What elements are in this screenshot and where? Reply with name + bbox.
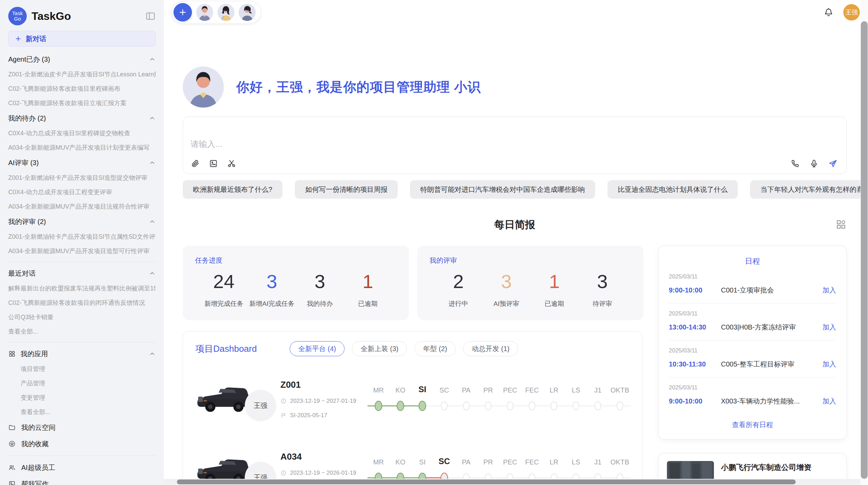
sidebar-item[interactable]: 解释最新出台的欧盟报废车法规再生塑料比例被调至15%... bbox=[8, 281, 156, 296]
sidebar-item[interactable]: A034-全新新能源MUV产品开发项目法规符合性评审 bbox=[8, 199, 156, 214]
sidebar-item[interactable]: A034-全新新能源MUV产品开发项目造型可行性评审 bbox=[8, 244, 156, 258]
milestone-node[interactable] bbox=[594, 401, 601, 410]
milestone-node-track bbox=[367, 399, 389, 413]
project-date-range: 2023-12-19 ~ 2027-01-19 bbox=[290, 398, 356, 405]
vertical-scrollbar[interactable] bbox=[860, 0, 868, 485]
project-row[interactable]: 王强Z0012023-12-19 ~ 2027-01-19SI-2025-05-… bbox=[195, 370, 630, 428]
avatar[interactable] bbox=[217, 4, 234, 21]
milestone-node[interactable] bbox=[397, 401, 404, 411]
milestone-node[interactable] bbox=[507, 401, 514, 410]
new-chat-button[interactable]: 新对话 bbox=[8, 31, 156, 47]
sidebar-link[interactable]: AI超级员工 bbox=[8, 459, 156, 476]
stat-grid: 2进行中3AI预评审1已逾期3待评审 bbox=[430, 265, 631, 308]
sidebar-section-header[interactable]: 最近对话 bbox=[8, 265, 156, 281]
suggestion-chip[interactable]: 当下年轻人对汽车外观有怎样的喜好趋势 bbox=[750, 180, 868, 199]
milestone-node[interactable] bbox=[441, 401, 448, 410]
sidebar-item[interactable]: A034-全新新能源MUV产品开发项目计划变更表编写 bbox=[8, 140, 156, 155]
greeting-block: 你好，王强，我是你的项目管理助理 小识 bbox=[183, 66, 847, 108]
join-link[interactable]: 加入 bbox=[822, 286, 836, 295]
suggestion-chip[interactable]: 特朗普可能对进口汽车增税会对中国车企造成哪些影响 bbox=[410, 180, 595, 199]
horizontal-scrollbar-thumb[interactable] bbox=[177, 480, 796, 484]
sidebar-item[interactable]: 项目管理 bbox=[8, 362, 156, 376]
sidebar-section-header[interactable]: Agent已办 (3) bbox=[8, 51, 156, 67]
suggestion-chips: 欧洲新规最近颁布了什么?如何写一份清晰的项目周报特朗普可能对进口汽车增税会对中国… bbox=[183, 180, 847, 199]
sidebar-item[interactable]: C02-飞腾新能源轻客改款项目的闭环通告反馈情况 bbox=[8, 296, 156, 310]
sidebar-link[interactable]: 我的云空间 bbox=[8, 419, 156, 436]
add-contact-button[interactable] bbox=[173, 3, 192, 22]
dashboard-tab[interactable]: 全新上装 (3) bbox=[352, 341, 407, 356]
clock-icon bbox=[280, 398, 287, 404]
chevron-up-icon[interactable] bbox=[149, 270, 156, 277]
notification-bell-icon[interactable] bbox=[823, 7, 834, 17]
schedule-time: 13:00-14:30 bbox=[669, 323, 721, 331]
join-link[interactable]: 加入 bbox=[822, 360, 836, 369]
chevron-up-icon[interactable] bbox=[149, 56, 156, 63]
sidebar-item[interactable]: Z001-全新燃油皮卡产品开发项目SI节点Lesson Learn报告 bbox=[8, 67, 156, 82]
avatar[interactable] bbox=[196, 4, 213, 21]
chevron-up-icon[interactable] bbox=[149, 218, 156, 225]
horizontal-scrollbar[interactable] bbox=[164, 479, 868, 485]
sidebar-section-header[interactable]: AI评审 (3) bbox=[8, 155, 156, 171]
milestone-node-track bbox=[521, 399, 543, 413]
view-all-schedule-link[interactable]: 查看所有日程 bbox=[669, 420, 836, 430]
layout-grid-icon[interactable] bbox=[835, 219, 847, 230]
chevron-up-icon[interactable] bbox=[149, 350, 156, 357]
sidebar-item[interactable]: C0X4-动力总成开发项目SI里程碑提交物检查 bbox=[8, 126, 156, 140]
sidebar-section-header[interactable]: 我的评审 (2) bbox=[8, 214, 156, 229]
stat-value: 3 bbox=[482, 270, 530, 293]
suggestion-chip[interactable]: 如何写一份清晰的项目周报 bbox=[295, 180, 398, 199]
sidebar-collapse-icon[interactable] bbox=[145, 11, 156, 21]
sidebar-link-label: AI超级员工 bbox=[21, 463, 55, 472]
milestone-node[interactable] bbox=[375, 401, 382, 411]
suggestion-chip[interactable]: 欧洲新规最近颁布了什么? bbox=[183, 180, 282, 199]
milestone-node[interactable] bbox=[551, 401, 557, 410]
sidebar-item[interactable]: C02-飞腾新能源轻客改款项目立项汇报方案 bbox=[8, 96, 156, 110]
voice-call-icon[interactable] bbox=[791, 159, 800, 168]
sidebar-section-title: 我的待办 (2) bbox=[8, 114, 46, 123]
chevron-up-icon[interactable] bbox=[149, 159, 156, 166]
sidebar-item[interactable]: C0X4-动力总成开发项目工程变更评审 bbox=[8, 185, 156, 199]
milestone-node[interactable] bbox=[419, 401, 426, 411]
user-avatar[interactable]: 王强 bbox=[843, 4, 860, 21]
screenshot-scissors-icon[interactable] bbox=[227, 159, 236, 168]
sidebar-link[interactable]: 我的收藏 bbox=[8, 436, 156, 452]
sidebar-section-title: 我的评审 (2) bbox=[8, 217, 46, 226]
sidebar-item[interactable]: Z001-全新燃油轻卡产品开发项目SI节点属性5D文件评审 bbox=[8, 229, 156, 244]
join-link[interactable]: 加入 bbox=[822, 397, 836, 406]
send-icon[interactable] bbox=[828, 159, 837, 168]
sidebar-link-label: 我的收藏 bbox=[21, 439, 49, 449]
avatar[interactable] bbox=[239, 4, 256, 21]
sidebar-item[interactable]: 产品管理 bbox=[8, 376, 156, 390]
vertical-scrollbar-thumb[interactable] bbox=[861, 21, 868, 479]
sidebar-item[interactable]: Z001-全新燃油轻卡产品开发项目SI造型提交物评审 bbox=[8, 171, 156, 185]
milestone-node[interactable] bbox=[529, 401, 535, 410]
milestone-node[interactable] bbox=[616, 401, 623, 410]
dashboard-tab[interactable]: 全新平台 (4) bbox=[290, 341, 345, 356]
milestone-node[interactable] bbox=[572, 401, 579, 410]
milestone-node[interactable] bbox=[463, 401, 470, 410]
dashboard-tab[interactable]: 年型 (2) bbox=[414, 341, 456, 356]
attachment-icon[interactable] bbox=[191, 159, 200, 168]
sidebar-link[interactable]: 帮我写作 bbox=[8, 476, 156, 485]
stat-card-title: 我的评审 bbox=[430, 256, 631, 265]
sidebar-item[interactable]: 查看全部... bbox=[8, 405, 156, 419]
suggestion-chip[interactable]: 比亚迪全固态电池计划具体说了什么 bbox=[607, 180, 738, 199]
microphone-icon[interactable] bbox=[809, 159, 819, 168]
milestone-node[interactable] bbox=[485, 401, 492, 410]
schedule-time: 9:00-10:00 bbox=[669, 397, 721, 405]
main-content: 你好，王强，我是你的项目管理助理 小识 欧洲新规最近颁布了什么?如何写一份清晰的… bbox=[164, 66, 868, 485]
topbar: 王强 bbox=[164, 0, 868, 25]
sidebar-section-header[interactable]: 我的待办 (2) bbox=[8, 110, 156, 126]
sidebar-item[interactable]: 公司Q3轻卡销量 bbox=[8, 310, 156, 324]
sidebar-section-header[interactable]: 我的应用 bbox=[8, 346, 156, 362]
sidebar-item[interactable]: C02-飞腾新能源轻客改款项目里程碑画布 bbox=[8, 82, 156, 96]
sidebar-item[interactable]: 查看全部... bbox=[8, 324, 156, 339]
join-link[interactable]: 加入 bbox=[822, 323, 836, 332]
app-logo-text-top: Task bbox=[12, 11, 23, 16]
sidebar-item[interactable]: 变更管理 bbox=[8, 390, 156, 405]
chevron-up-icon[interactable] bbox=[149, 115, 156, 122]
image-upload-icon[interactable] bbox=[209, 159, 218, 168]
dashboard-tab[interactable]: 动总开发 (1) bbox=[463, 341, 518, 356]
chat-input[interactable] bbox=[183, 117, 846, 156]
milestone-cell: SI bbox=[411, 387, 433, 413]
